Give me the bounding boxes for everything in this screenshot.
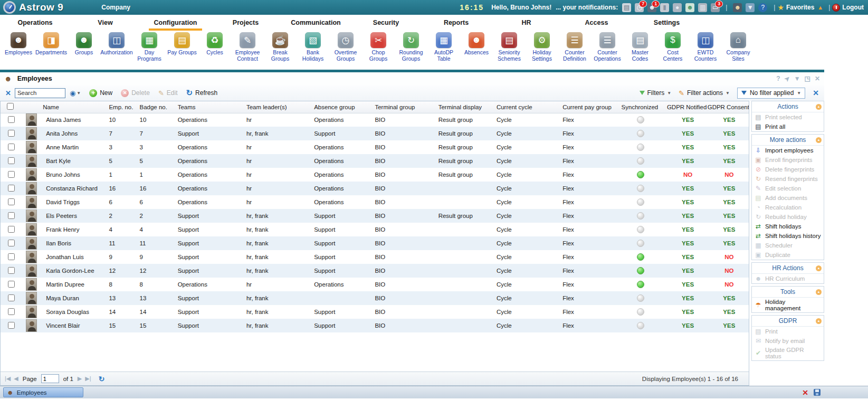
table-row-bart-kyle[interactable]: Bart Kyle55OperationshrOperationsBIOResu… bbox=[1, 154, 749, 168]
menu-tab-hr[interactable]: HR bbox=[491, 15, 561, 31]
sidebar-action-holiday-management[interactable]: ☂Holiday management bbox=[752, 298, 824, 312]
search-scope-icon[interactable]: ◉ bbox=[70, 89, 75, 97]
sidebar-action-shift-holidays-history[interactable]: ⇄Shift holidays history bbox=[752, 231, 824, 241]
ribbon-item-authorization[interactable]: ◫Authorization bbox=[101, 32, 132, 70]
ribbon-item-cycles[interactable]: ♻Cycles bbox=[199, 32, 231, 70]
row-checkbox[interactable] bbox=[8, 267, 15, 274]
ribbon-item-groups[interactable]: ☻Groups bbox=[68, 32, 100, 70]
row-checkbox[interactable] bbox=[8, 185, 15, 192]
column-header-display[interactable]: Terminal display bbox=[436, 101, 494, 113]
collapse-section-icon[interactable]: ▲ bbox=[816, 104, 822, 110]
sidebar-action-print-all[interactable]: ▤Print all bbox=[752, 122, 824, 131]
menu-tab-configuration[interactable]: Configuration bbox=[140, 15, 211, 31]
company-menu[interactable]: Company bbox=[101, 4, 130, 11]
column-header-paygroup[interactable]: Current pay group bbox=[560, 101, 613, 113]
ribbon-item-ewtd-counters[interactable]: ◫EWTD Counters bbox=[690, 32, 721, 70]
search-input[interactable] bbox=[15, 88, 65, 98]
ribbon-item-chop-groups[interactable]: ✂Chop Groups bbox=[363, 32, 394, 70]
refresh-button[interactable]: ↻ Refresh bbox=[186, 88, 217, 98]
clock-alert-icon[interactable]: ◷7 bbox=[635, 3, 644, 12]
menu-tab-security[interactable]: Security bbox=[351, 15, 421, 31]
ribbon-item-autodp-table[interactable]: ▦AutoDP Table bbox=[428, 32, 460, 70]
favorites-expand-icon[interactable]: ▲ bbox=[817, 4, 823, 11]
message-icon[interactable]: ● bbox=[673, 3, 682, 12]
row-checkbox[interactable] bbox=[8, 144, 15, 150]
table-row-karla-gordon-lee[interactable]: Karla Gordon-Lee1212Supporthr, frankSupp… bbox=[1, 264, 749, 278]
ribbon-item-counter-operations[interactable]: ☰Counter Operations bbox=[592, 32, 623, 70]
report-icon[interactable]: ▤ bbox=[622, 3, 631, 12]
ribbon-item-master-codes[interactable]: ▤Master Codes bbox=[624, 32, 656, 70]
row-checkbox[interactable] bbox=[8, 294, 15, 301]
clear-filter-icon[interactable]: ✕ bbox=[813, 89, 819, 97]
ribbon-item-departments[interactable]: ◨Departments bbox=[35, 32, 67, 70]
row-checkbox[interactable] bbox=[8, 281, 15, 288]
row-checkbox[interactable] bbox=[8, 198, 15, 205]
column-header-cycle[interactable]: Current cycle bbox=[494, 101, 560, 113]
sidebar-action-shift-holidays[interactable]: ⇄Shift holidays bbox=[752, 222, 824, 231]
table-row-jonathan-luis[interactable]: Jonathan Luis99Supporthr, frankSupportBI… bbox=[1, 250, 749, 264]
menu-tab-settings[interactable]: Settings bbox=[632, 15, 702, 31]
menu-tab-access[interactable]: Access bbox=[561, 15, 632, 31]
row-checkbox[interactable] bbox=[8, 116, 15, 123]
page-input[interactable] bbox=[41, 374, 59, 383]
close-all-icon[interactable]: ✕ bbox=[802, 388, 808, 397]
ribbon-item-pay-groups[interactable]: ▤Pay Groups bbox=[166, 32, 198, 70]
row-checkbox[interactable] bbox=[8, 171, 15, 178]
ribbon-item-employee-contract[interactable]: ✎Employee Contract bbox=[232, 32, 263, 70]
menu-tab-projects[interactable]: Projects bbox=[211, 15, 281, 31]
table-row-constanza-richard[interactable]: Constanza Richard1616OperationshrOperati… bbox=[1, 182, 749, 195]
collapse-section-icon[interactable]: ▲ bbox=[816, 289, 822, 295]
row-checkbox[interactable] bbox=[8, 226, 15, 233]
table-row-ilan-boris[interactable]: Ilan Boris1111Supporthr, frankSupportBIO… bbox=[1, 236, 749, 250]
column-header-absence[interactable]: Absence group bbox=[312, 101, 373, 113]
save-layout-icon[interactable] bbox=[814, 389, 821, 396]
column-header-teams[interactable]: Teams bbox=[176, 101, 244, 113]
table-row-vincent-blair[interactable]: Vincent Blair1515Supporthr, frankSupport… bbox=[1, 319, 749, 332]
row-checkbox[interactable] bbox=[8, 212, 15, 219]
ribbon-item-bank-holidays[interactable]: ▧Bank Holidays bbox=[297, 32, 329, 70]
collapse-section-icon[interactable]: ▲ bbox=[816, 318, 822, 324]
battery-icon[interactable]: ▮ bbox=[660, 3, 669, 12]
menu-tab-view[interactable]: View bbox=[70, 15, 140, 31]
filter-status-dropdown[interactable]: No filter applied ▼ bbox=[737, 88, 805, 99]
ribbon-item-holiday-settings[interactable]: ⚙Holiday Settings bbox=[526, 32, 558, 70]
row-checkbox[interactable] bbox=[8, 157, 15, 164]
ribbon-item-company-sites[interactable]: ⌂Company Sites bbox=[722, 32, 754, 70]
ribbon-item-overtime-groups[interactable]: ◷Overtime Groups bbox=[330, 32, 361, 70]
table-row-martin-dupree[interactable]: Martin Dupree88OperationshrOperationsBIO… bbox=[1, 278, 749, 291]
search-scope-caret-icon[interactable]: ▼ bbox=[77, 91, 81, 96]
table-row-soraya-douglas[interactable]: Soraya Douglas1414Supporthr, frankSuppor… bbox=[1, 305, 749, 319]
ribbon-item-counter-definition[interactable]: ☰Counter Definition bbox=[559, 32, 590, 70]
column-header-consent[interactable]: GDPR Consent bbox=[708, 101, 749, 113]
ribbon-item-cost-centers[interactable]: $Cost Centers bbox=[657, 32, 689, 70]
row-checkbox[interactable] bbox=[8, 322, 15, 329]
ribbon-item-break-groups[interactable]: ☕Break Groups bbox=[264, 32, 296, 70]
ribbon-item-seniority-schemes[interactable]: ▤Seniority Schemes bbox=[493, 32, 525, 70]
operator-icon[interactable]: ☻ bbox=[733, 3, 742, 12]
clear-search-icon[interactable]: ✕ bbox=[5, 89, 11, 97]
table-row-alana-james[interactable]: Alana James1010OperationshrOperationsBIO… bbox=[1, 113, 749, 127]
collapse-icon[interactable]: ▼ bbox=[794, 75, 800, 82]
filter-actions-button[interactable]: ✎ Filter actions ▼ bbox=[679, 89, 730, 97]
table-row-els-peeters[interactable]: Els Peeters22Supporthr, frankSupportBIOR… bbox=[1, 209, 749, 223]
table-row-david-triggs[interactable]: David Triggs66OperationshrOperationsBIOC… bbox=[1, 195, 749, 209]
column-header-notified[interactable]: GDPR Notified bbox=[666, 101, 708, 113]
grid-refresh-icon[interactable]: ↻ bbox=[99, 375, 105, 383]
column-header-sync[interactable]: Synchronized bbox=[613, 101, 666, 113]
collapse-section-icon[interactable]: ▲ bbox=[816, 137, 822, 143]
user-alert-icon[interactable]: ☻1 bbox=[647, 3, 656, 12]
filters-button[interactable]: Filters ▼ bbox=[640, 89, 672, 97]
row-checkbox[interactable] bbox=[8, 240, 15, 246]
column-header-emp[interactable]: Emp. no. bbox=[107, 101, 137, 113]
help-icon[interactable]: ? bbox=[776, 75, 780, 82]
menu-tab-communication[interactable]: Communication bbox=[281, 15, 351, 31]
restore-icon[interactable]: ◳ bbox=[805, 75, 810, 82]
table-row-maya-duran[interactable]: Maya Duran1313Supporthr, frankBIOCycleFl… bbox=[1, 291, 749, 305]
ribbon-item-day-programs[interactable]: ▦Day Programs bbox=[133, 32, 165, 70]
table-row-anne-martin[interactable]: Anne Martin33OperationshrOperationsBIORe… bbox=[1, 140, 749, 154]
ribbon-item-absences[interactable]: ☻Absences bbox=[461, 32, 492, 70]
table-row-anita-johns[interactable]: Anita Johns77Supporthr, frankSupportBIOR… bbox=[1, 127, 749, 140]
menu-tab-reports[interactable]: Reports bbox=[421, 15, 491, 31]
visitors-icon[interactable]: ☻ bbox=[685, 3, 694, 12]
server-icon[interactable]: ▥ bbox=[698, 3, 707, 12]
